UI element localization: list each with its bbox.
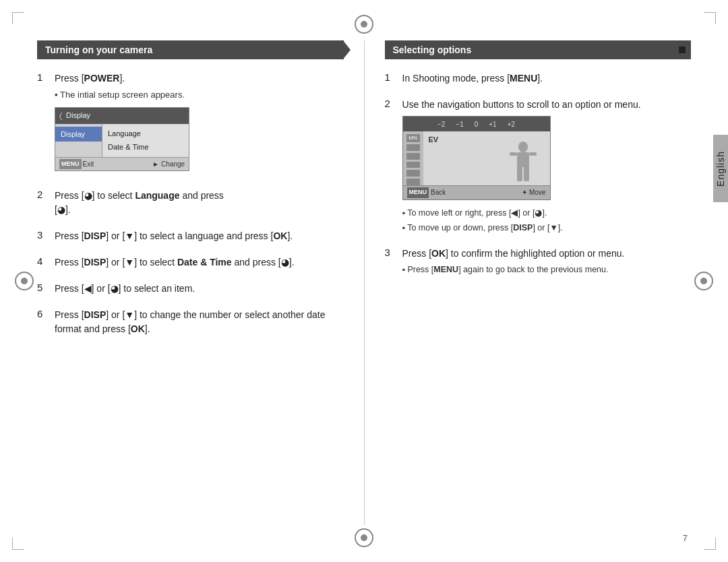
step-5: 5 Press [◀] or [◕] to select an item. [37,282,344,299]
compass-right [694,272,713,290]
step-4-number: 4 [37,255,48,267]
cam-footer-left: MENU Exit [59,159,94,170]
step-3-content: Press [DISP] or [▼] to select a language… [55,229,344,246]
page-layout: Turning on your camera 1 Press [POWER]. … [37,40,691,525]
ev-icon-5 [406,179,420,185]
ev-label-0: 0 [475,119,479,129]
right-step-2-bullet2: To move up or down, press [DISP] or [▼]. [402,222,692,235]
svg-rect-5 [524,166,529,181]
left-steps: 1 Press [POWER]. The intial setup screen… [37,71,344,339]
corner-mark-tr [704,12,716,24]
step-1: 1 Press [POWER]. The intial setup screen… [37,71,344,179]
ev-figure-area [423,131,550,185]
ev-icon-2 [406,153,420,160]
step-4-content: Press [DISP] or [▼] to select Date & Tim… [55,255,344,272]
compass-left [15,272,34,290]
cam-footer-right: ► Change [152,159,185,169]
step-6-number: 6 [37,308,48,319]
step-2: 2 Press [◕] to select Language and press… [37,189,344,220]
ev-left-icons: MN [403,131,423,185]
right-step-2-content: Use the navigation buttons to scroll to … [402,98,692,237]
header-square-icon [679,46,686,53]
cam-footer: MENU Exit ► Change [55,157,189,171]
step-1-sub: The intial setup screen appears. [55,88,344,102]
ev-screen-mockup: −2 −1 0 +1 +2 MN [402,116,551,200]
step-2-number: 2 [37,189,48,200]
step-5-number: 5 [37,282,48,293]
ev-footer-menu-badge: MENU [407,187,429,198]
step-2-content: Press [◕] to select Language and press[◕… [55,189,344,220]
ev-label-minus1: −1 [456,119,463,129]
svg-rect-3 [529,152,537,156]
ev-label-minus2: −2 [437,119,445,129]
cam-footer-change: Change [161,159,185,169]
right-step-1: 1 In Shooting mode, press [MENU]. [385,71,692,88]
right-column: Selecting options 1 In Shooting mode, pr… [365,40,692,525]
step-2-text: Press [◕] to select Language and press[◕… [55,189,344,217]
right-step-1-number: 1 [385,71,396,83]
cam-footer-exit: Exit [83,159,94,169]
step-1-content: Press [POWER]. The intial setup screen a… [55,71,344,179]
step-1-text: Press [POWER]. [55,71,344,86]
cam-body: Display Language Date & Time [55,124,189,157]
step-5-content: Press [◀] or [◕] to select an item. [55,282,344,299]
right-steps: 1 In Shooting mode, press [MENU]. 2 Use … [385,71,692,279]
cam-header: 〈 Display [55,108,189,124]
cam-right-menu: Language Date & Time [102,124,189,157]
step-3-number: 3 [37,229,48,241]
right-step-1-text: In Shooting mode, press [MENU]. [402,71,692,86]
svg-rect-2 [510,152,517,156]
language-tab: English [713,135,728,202]
right-step-2-text: Use the navigation buttons to scroll to … [402,98,692,112]
camera-screen-mockup: 〈 Display Display Language Date & Time [55,107,189,172]
ev-footer-left: MENU Back [407,187,446,198]
cam-header-icon: 〈 [59,110,62,122]
cam-header-label: Display [66,110,90,121]
cam-footer-menu-label: MENU [59,159,82,170]
ev-footer-move: Move [529,187,545,197]
ev-label-plus2: +2 [508,119,515,129]
right-step-3-content: Press [OK] to confirm the highlighted op… [402,247,692,279]
cam-item-datetime: Date & Time [108,140,183,154]
right-step-2-bullet1: To move left or right, press [◀] or [◕]. [402,207,692,220]
right-step-1-content: In Shooting mode, press [MENU]. [402,71,692,88]
right-step-3: 3 Press [OK] to confirm the highlighted … [385,247,692,279]
cam-footer-arrow: ► [152,159,159,169]
language-tab-label: English [715,151,726,187]
compass-top [355,15,373,34]
ev-content: EV [423,131,550,185]
compass-bottom [355,528,373,547]
ev-footer-right: ✦ Move [522,187,545,197]
header-arrow-icon [342,40,351,60]
ev-icon-4 [406,170,420,177]
ev-icon-menu: MN [406,134,420,142]
corner-mark-tl [12,12,24,24]
corner-mark-bl [12,538,24,550]
cam-menu-display: Display [55,127,102,142]
right-step-2: 2 Use the navigation buttons to scroll t… [385,98,692,237]
ev-icon-3 [406,162,420,168]
step-1-number: 1 [37,71,48,83]
svg-point-0 [518,142,528,152]
ev-figure-svg [506,142,540,185]
ev-footer-move-icon: ✦ [522,187,527,197]
right-section-header: Selecting options [385,40,692,59]
ev-top-bar: −2 −1 0 +1 +2 [403,117,550,131]
left-column: Turning on your camera 1 Press [POWER]. … [37,40,364,525]
step-5-text: Press [◀] or [◕] to select an item. [55,282,344,296]
svg-rect-4 [517,166,522,181]
corner-mark-br [704,538,716,550]
right-step-3-text: Press [OK] to confirm the highlighted op… [402,247,692,261]
step-6-text: Press [DISP] or [▼] to change the number… [55,308,344,336]
step-3: 3 Press [DISP] or [▼] to select a langua… [37,229,344,246]
right-step-3-number: 3 [385,247,396,258]
right-section-title: Selecting options [393,44,472,55]
ev-main: MN EV [403,131,550,185]
right-step-3-bullet1: Press [MENU] again to go back to the pre… [402,263,692,276]
ev-label-plus1: +1 [489,119,496,129]
svg-rect-1 [517,152,529,167]
cam-left-menu: Display [55,124,102,157]
ev-footer: MENU Back ✦ Move [403,185,550,199]
step-3-text: Press [DISP] or [▼] to select a language… [55,229,344,243]
step-4-text: Press [DISP] or [▼] to select Date & Tim… [55,255,344,270]
